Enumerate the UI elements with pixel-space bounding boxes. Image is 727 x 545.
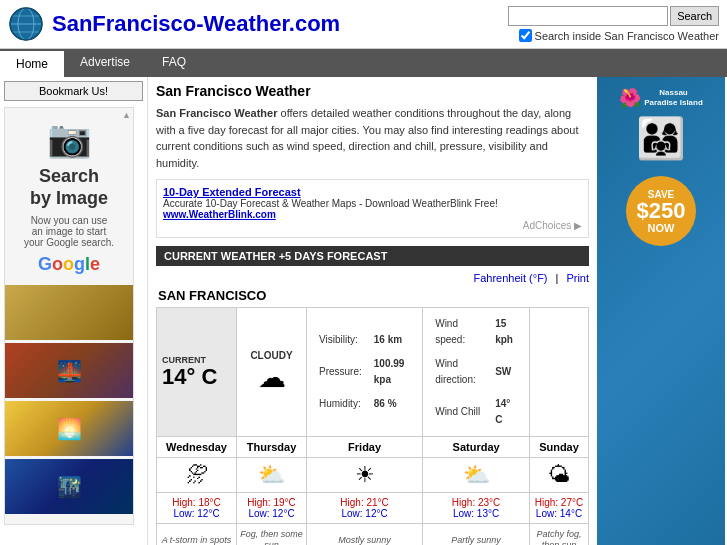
forecast-day-header-0-1: Thursday bbox=[237, 437, 307, 458]
condition-icon-0: ☁ bbox=[242, 361, 301, 394]
forecast-icon-0-0: ⛈ bbox=[157, 458, 237, 493]
forecast-day-header-0-4: Sunday bbox=[529, 437, 588, 458]
forecast-high-0-0: High: 18°CLow: 12°C bbox=[160, 497, 233, 519]
sidebar: Bookmark Us! ▲ 📷 Searchby Image Now you … bbox=[0, 77, 148, 545]
ad-url-link[interactable]: www.WeatherBlink.com bbox=[163, 209, 276, 220]
forecast-day-label-0-4: Sunday bbox=[539, 441, 579, 453]
site-title[interactable]: SanFrancisco-Weather.com bbox=[52, 11, 340, 37]
right-ad: 🌺 NassauParadise Island 👨‍👩‍👧 SAVE $250 … bbox=[597, 77, 727, 545]
nav-faq[interactable]: FAQ bbox=[146, 49, 202, 77]
forecast-high-0-2: High: 21°CLow: 12°C bbox=[310, 497, 419, 519]
ad-desc: Accurate 10-Day Forecast & Weather Maps … bbox=[163, 198, 582, 209]
content-desc-bold: San Francisco Weather bbox=[156, 107, 277, 119]
wdir-label-0: Wind direction: bbox=[430, 353, 488, 391]
city-controls: Fahrenheit (°F) | Print bbox=[156, 272, 589, 284]
condition-label-0: CLOUDY bbox=[242, 350, 301, 361]
vis-label-0: Visibility: bbox=[314, 329, 367, 351]
forecast-desc-text-0-0: A t-storm in spots bbox=[162, 535, 232, 545]
wchill-val-0: 14° C bbox=[490, 393, 522, 431]
search-row: Search bbox=[508, 6, 719, 26]
nassau-logo: 🌺 NassauParadise Island bbox=[619, 87, 703, 109]
forecast-desc-0-4: Patchy fog, then sun bbox=[529, 524, 588, 546]
forecast-icon-0-1: ⛅ bbox=[237, 458, 307, 493]
forecast-desc-text-0-4: Patchy fog, then sun bbox=[536, 529, 581, 545]
vis-val-0: 16 km bbox=[369, 329, 415, 351]
camera-icon: 📷 bbox=[47, 118, 92, 160]
save-badge: SAVE $250 NOW bbox=[626, 176, 696, 246]
forecast-temps-0-4: High: 27°CLow: 14°C bbox=[529, 493, 588, 524]
forecast-temps-0-3: High: 23°CLow: 13°C bbox=[423, 493, 530, 524]
weather-table-0: CURRENT14° CCLOUDY☁ Visibility:16 km Pre… bbox=[156, 307, 589, 545]
forecast-day-header-0-3: Saturday bbox=[423, 437, 530, 458]
forecast-high-0-1: High: 19°CLow: 12°C bbox=[240, 497, 303, 519]
search-input[interactable] bbox=[508, 6, 668, 26]
print-link[interactable]: Print bbox=[566, 272, 589, 284]
forecast-high-0-4: High: 27°CLow: 14°C bbox=[533, 497, 585, 519]
forecast-icon-0-2: ☀ bbox=[307, 458, 423, 493]
sidebar-thumb-2: 🌉 bbox=[5, 343, 133, 398]
forecast-desc-row-0: A t-storm in spotsFog, then some sunMost… bbox=[157, 524, 589, 546]
forecast-desc-0-2: Mostly sunny bbox=[307, 524, 423, 546]
forecast-desc-0-1: Fog, then some sun bbox=[237, 524, 307, 546]
sidebar-images: 🌉 🌅 🌃 bbox=[5, 285, 133, 514]
ad-link[interactable]: 10-Day Extended Forecast bbox=[163, 186, 301, 198]
current-temp-0: 14° C bbox=[162, 365, 231, 389]
forecast-icon-row-0: ⛈⛅☀⛅🌤 bbox=[157, 458, 589, 493]
forecast-desc-text-0-3: Partly sunny bbox=[451, 535, 501, 545]
fahrenheit-link[interactable]: Fahrenheit (°F) bbox=[473, 272, 547, 284]
weather-banner: CURRENT WEATHER +5 DAYS FORECAST bbox=[156, 246, 589, 266]
main-layout: Bookmark Us! ▲ 📷 Searchby Image Now you … bbox=[0, 77, 727, 545]
forecast-icon-glyph-0-2: ☀ bbox=[310, 462, 419, 488]
forecast-day-label-0-1: Thursday bbox=[247, 441, 297, 453]
forecast-day-label-0-2: Friday bbox=[348, 441, 381, 453]
current-cell-0: CURRENT14° C bbox=[157, 308, 237, 437]
city-section-0: SAN FRANCISCOCURRENT14° CCLOUDY☁ Visibil… bbox=[156, 288, 589, 545]
condition-cell-0: CLOUDY☁ bbox=[237, 308, 307, 437]
forecast-icon-0-4: 🌤 bbox=[529, 458, 588, 493]
forecast-high-0-3: High: 23°CLow: 13°C bbox=[426, 497, 526, 519]
forecast-desc-0-0: A t-storm in spots bbox=[157, 524, 237, 546]
header-left: SanFrancisco-Weather.com bbox=[8, 6, 340, 42]
globe-icon bbox=[8, 6, 44, 42]
forecast-day-label-0-0: Wednesday bbox=[166, 441, 227, 453]
forecast-icon-0-3: ⛅ bbox=[423, 458, 530, 493]
ad-choices: AdChoices ▶ bbox=[163, 220, 582, 231]
forecast-icon-glyph-0-3: ⛅ bbox=[426, 462, 526, 488]
pres-val-0: 100.99 kpa bbox=[369, 353, 415, 391]
forecast-day-label-0-3: Saturday bbox=[453, 441, 500, 453]
forecast-desc-0-3: Partly sunny bbox=[423, 524, 530, 546]
sidebar-ad: ▲ 📷 Searchby Image Now you can usean ima… bbox=[4, 107, 134, 525]
current-row-0: CURRENT14° CCLOUDY☁ Visibility:16 km Pre… bbox=[157, 308, 589, 437]
ad-url: www.WeatherBlink.com bbox=[163, 209, 582, 220]
forecast-day-header-0-0: Wednesday bbox=[157, 437, 237, 458]
bookmark-button[interactable]: Bookmark Us! bbox=[4, 81, 143, 101]
search-button[interactable]: Search bbox=[670, 6, 719, 26]
right-ad-inner: 🌺 NassauParadise Island 👨‍👩‍👧 SAVE $250 … bbox=[597, 77, 725, 545]
wchill-label-0: Wind Chill bbox=[430, 393, 488, 431]
wind-cell-0: Wind speed:15 kph Wind direction:SW Wind… bbox=[423, 308, 530, 437]
search-inside-checkbox[interactable] bbox=[519, 29, 532, 42]
save-amount: $250 bbox=[637, 200, 686, 222]
forecast-day-header-0-2: Friday bbox=[307, 437, 423, 458]
wdir-val-0: SW bbox=[490, 353, 522, 391]
nav-home[interactable]: Home bbox=[0, 49, 64, 77]
forecast-temps-0-2: High: 21°CLow: 12°C bbox=[307, 493, 423, 524]
google-logo: Google bbox=[38, 254, 100, 275]
city-name-0: SAN FRANCISCO bbox=[156, 288, 589, 303]
forecast-header-0: WednesdayThursdayFridaySaturdaySunday bbox=[157, 437, 589, 458]
content-title: San Francisco Weather bbox=[156, 83, 589, 99]
nav-advertise[interactable]: Advertise bbox=[64, 49, 146, 77]
save-now: NOW bbox=[648, 222, 675, 234]
forecast-icon-glyph-0-4: 🌤 bbox=[533, 462, 585, 488]
search-option-label: Search inside San Francisco Weather bbox=[535, 30, 719, 42]
wspeed-label-0: Wind speed: bbox=[430, 313, 488, 351]
forecast-temps-0-0: High: 18°CLow: 12°C bbox=[157, 493, 237, 524]
forecast-temps-row-0: High: 18°CLow: 12°CHigh: 19°CLow: 12°CHi… bbox=[157, 493, 589, 524]
forecast-temps-0-1: High: 19°CLow: 12°C bbox=[237, 493, 307, 524]
sidebar-thumb-3: 🌅 bbox=[5, 401, 133, 456]
ad-people-icon: 👨‍👩‍👧 bbox=[636, 115, 686, 162]
sidebar-thumb-1 bbox=[5, 285, 133, 340]
hum-label-0: Humidity: bbox=[314, 393, 367, 415]
search-by-image-desc: Now you can usean image to startyour Goo… bbox=[24, 215, 114, 248]
separator: | bbox=[556, 272, 559, 284]
